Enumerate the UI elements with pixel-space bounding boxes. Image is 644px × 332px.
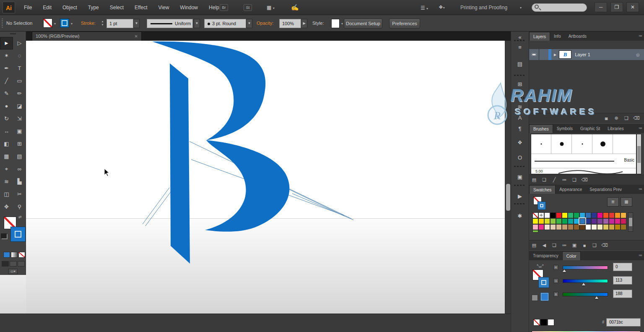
slider-track-b[interactable]	[563, 293, 608, 296]
gradient-tool-icon[interactable]: ▤	[13, 150, 26, 163]
blob-brush-tool-icon[interactable]: ●	[0, 100, 13, 112]
tab-transparency[interactable]: Transparency	[529, 251, 562, 260]
fill-caret-icon[interactable]: ▾	[54, 22, 56, 26]
appearance-panel-icon[interactable]: ✱	[516, 212, 524, 220]
swatch-e0218a[interactable]	[615, 218, 621, 224]
grayscale-icon[interactable]	[532, 295, 538, 301]
brush-dot-item[interactable]	[531, 134, 551, 154]
letter-b-stem[interactable]	[170, 63, 190, 264]
swatch-00a99d[interactable]	[568, 218, 574, 224]
swatch-f7f3e0[interactable]	[591, 224, 597, 230]
swatch-00a651[interactable]	[562, 218, 568, 224]
stroke-weight-field[interactable]: 1 pt	[106, 19, 133, 28]
swatch-b8860b[interactable]	[615, 224, 621, 230]
make-clipping-mask-icon[interactable]: ◙	[601, 116, 611, 121]
menu-edit[interactable]: Edit	[37, 0, 57, 15]
swatch-9e5fa7[interactable]	[603, 218, 609, 224]
control-bar-grip[interactable]	[2, 18, 3, 29]
width-profile-caret-icon[interactable]: ▼	[194, 19, 200, 28]
type-tool-icon[interactable]: T	[13, 62, 26, 75]
active-color-button[interactable]	[541, 293, 548, 301]
swatch-2bb673[interactable]	[568, 212, 574, 218]
stroke-weight-stepper[interactable]: ▲▼	[101, 20, 104, 27]
disclosure-triangle-icon[interactable]: ▶	[554, 53, 556, 57]
swatch-fbb040[interactable]	[621, 212, 626, 218]
document-setup-button[interactable]: Document Setup	[344, 18, 382, 29]
draw-behind-button[interactable]	[10, 261, 17, 267]
tab-artboards[interactable]: Artboards	[565, 32, 590, 41]
slider-track-g[interactable]	[563, 279, 608, 283]
stock-icon[interactable]: St	[244, 4, 252, 11]
artboard-tool-icon[interactable]: ◫	[0, 188, 13, 201]
swatch-2e75bb[interactable]	[579, 218, 585, 224]
slider-handle-r[interactable]	[563, 269, 566, 272]
layer-thumbnail[interactable]: B	[559, 50, 571, 59]
scrollbar-thumb[interactable]	[637, 146, 641, 163]
menu-type[interactable]: Type	[83, 0, 104, 15]
stroke-weight-caret-icon[interactable]: ▼	[133, 19, 140, 28]
slider-value-g[interactable]: 113	[613, 276, 632, 285]
tools-panel-grip[interactable]	[10, 33, 16, 34]
edit-color-group-icon[interactable]: ▣	[569, 243, 579, 248]
character-panel-icon[interactable]: A	[516, 114, 524, 122]
tab-graphic-st[interactable]: Graphic St	[576, 124, 604, 133]
swatch-7d4199[interactable]	[597, 218, 603, 224]
swap-fill-stroke-icon[interactable]: ⇄	[18, 215, 22, 219]
swatch-5f3813[interactable]	[579, 224, 585, 230]
screen-mode-button[interactable]: ▭▾	[8, 269, 18, 274]
opacity-link[interactable]: Opacity:	[257, 15, 273, 31]
flattener-preview-panel-icon[interactable]: ▣	[516, 173, 524, 181]
preferences-button[interactable]: Preferences	[389, 18, 420, 29]
slider-value-r[interactable]: 0	[613, 263, 632, 271]
create-sublayer-icon[interactable]: ⊕	[611, 115, 621, 121]
gradient-mode-button[interactable]	[11, 252, 18, 258]
perspective-grid-tool-icon[interactable]: ⊞	[13, 138, 26, 150]
swatch-f4511e[interactable]	[603, 212, 609, 218]
eyedropper-tool-icon[interactable]: ⌖	[0, 163, 13, 175]
tab-swatches[interactable]: Swatches	[529, 185, 556, 194]
swatch-ffffff[interactable]	[585, 224, 591, 230]
rectangle-tool-icon[interactable]: ▭	[13, 75, 26, 87]
letter-b-top-bowl[interactable]	[152, 42, 265, 140]
panel-menu-icon[interactable]: ≔	[639, 126, 642, 130]
line-segment-tool-icon[interactable]: ╱	[0, 75, 13, 87]
swatch-29abe2[interactable]	[579, 212, 585, 218]
canvas[interactable]	[26, 41, 505, 314]
selection-tool-icon[interactable]: ►	[0, 37, 13, 50]
brush-dot-item[interactable]	[572, 134, 592, 154]
default-fill-stroke-icon[interactable]	[1, 233, 7, 238]
free-transform-tool-icon[interactable]: ▣	[13, 125, 26, 138]
lasso-tool-icon[interactable]: ◌	[13, 50, 26, 62]
swatch-8dc63f[interactable]	[550, 218, 556, 224]
panel-menu-icon[interactable]: ≔	[639, 253, 642, 257]
swatch-39b54a[interactable]	[556, 218, 562, 224]
swatch-d6b992[interactable]	[556, 224, 562, 230]
libraries-panel-icon[interactable]: ❏	[539, 177, 549, 183]
bridge-icon[interactable]: Br	[220, 4, 228, 11]
swatch-options-icon[interactable]: ≔	[559, 243, 569, 248]
stroke-color-swatch[interactable]	[60, 18, 69, 28]
tab-layers[interactable]: Layers	[529, 32, 550, 41]
list-view-button[interactable]: ≣	[607, 197, 619, 207]
stroke-link[interactable]: Stroke:	[81, 15, 96, 31]
slider-handle-b[interactable]	[595, 296, 598, 299]
tab-info[interactable]: Info	[550, 32, 565, 41]
basic-brush-row[interactable]: Basic	[531, 154, 636, 168]
new-color-group-icon[interactable]: ■	[579, 243, 589, 248]
zoom-tool-icon[interactable]: ⚲	[13, 201, 26, 213]
color-themes-icon[interactable]: ◀	[539, 243, 549, 248]
brush-options-icon[interactable]: ≔	[559, 177, 569, 183]
swatch-e53935[interactable]	[609, 212, 615, 218]
remove-brush-stroke-icon[interactable]: ╱	[549, 177, 559, 183]
document-tab-close-icon[interactable]: ✕	[135, 32, 138, 41]
stroke-proxy-swatch[interactable]	[538, 201, 546, 210]
swatch-libraries-icon[interactable]: ▤	[529, 243, 539, 248]
swatch-ec008c[interactable]	[597, 212, 603, 218]
delete-swatch-icon[interactable]: ⌫	[600, 243, 610, 248]
align-options-icon[interactable]: ☰ ▾	[421, 5, 428, 11]
swatch-cfa53f[interactable]	[609, 224, 615, 230]
brush-definition-caret-icon[interactable]: ▼	[246, 19, 252, 28]
draw-normal-button[interactable]	[2, 261, 9, 267]
slider-track-r[interactable]	[563, 266, 608, 269]
swatch-000000[interactable]	[550, 212, 556, 218]
